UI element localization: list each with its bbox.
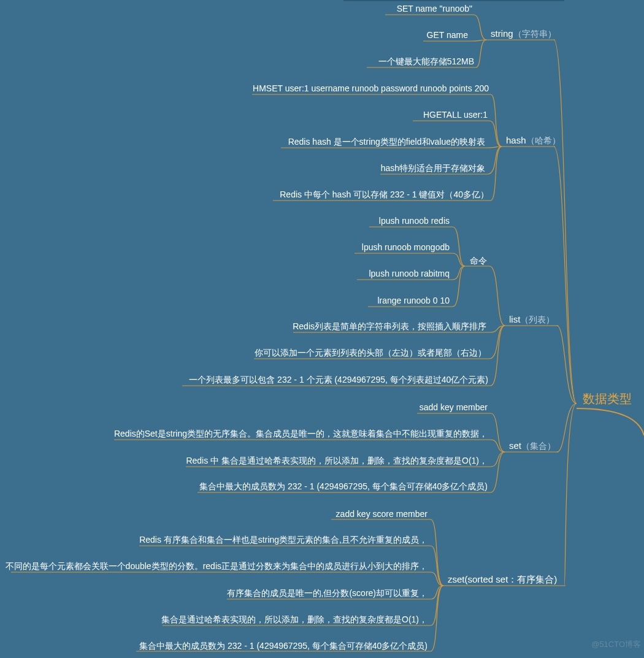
branch-hash-label: hash（哈希） [506, 135, 561, 145]
branch-list: list（列表） 命令 lpush runoob redis lpush run… [182, 216, 558, 386]
hash-leaf-0: HMSET user:1 username runoob password ru… [253, 83, 489, 93]
branch-string-label: string（字符串） [491, 28, 556, 39]
root-underline [577, 408, 644, 435]
branch-zset: zset(sorted set：有序集合) zadd key score mem… [6, 509, 565, 651]
watermark: @51CTO博客 [591, 640, 641, 649]
hash-leaf-2: Redis hash 是一个string类型的field和value的映射表 [288, 137, 485, 147]
root-label: 数据类型 [583, 392, 632, 405]
branch-list-label: list（列表） [509, 314, 554, 324]
set-leaf-3: 集合中最大的成员数为 232 - 1 (4294967295, 每个集合可存储4… [199, 481, 488, 491]
hash-leaf-4: Redis 中每个 hash 可以存储 232 - 1 键值对（40多亿） [280, 189, 489, 199]
list-leaf-2: 一个列表最多可以包含 232 - 1 个元素 (4294967295, 每个列表… [189, 375, 488, 384]
zset-leaf-5: 集合中最大的成员数为 232 - 1 (4294967295, 每个集合可存储4… [139, 641, 427, 651]
list-leaf-0: Redis列表是简单的字符串列表，按照插入顺序排序 [293, 321, 486, 331]
hash-leaf-3: hash特别适合用于存储对象 [381, 163, 485, 173]
hash-leaf-1: HGETALL user:1 [423, 110, 488, 120]
list-cmd-label: 命令 [470, 256, 487, 266]
set-leaf-1: Redis的Set是string类型的无序集合。集合成员是唯一的，这就意味着集合… [114, 429, 488, 438]
string-leaf-1: GET name [427, 30, 469, 40]
root-node: 数据类型 [577, 392, 644, 435]
branch-zset-label: zset(sorted set：有序集合) [448, 574, 557, 584]
branch-set: set（集合） sadd key member Redis的Set是string… [114, 402, 558, 492]
zset-leaf-1: Redis 有序集合和集合一样也是string类型元素的集合,且不允许重复的成员… [139, 535, 427, 545]
list-cmd-1: lpush runoob mongodb [362, 242, 450, 252]
set-leaf-0: sadd key member [420, 402, 488, 412]
list-leaf-1: 你可以添加一个元素到列表的头部（左边）或者尾部（右边） [254, 348, 486, 358]
list-cmd-3: lrange runoob 0 10 [377, 296, 450, 305]
branch-set-label: set（集合） [509, 440, 556, 451]
branch-string: string（字符串） SET name "runoob" GET name 一… [367, 4, 556, 67]
set-leaf-2: Redis 中 集合是通过哈希表实现的，所以添加，删除，查找的复杂度都是O(1)… [186, 456, 488, 465]
zset-leaf-0: zadd key score member [336, 509, 428, 519]
string-leaf-2: 一个键最大能存储512MB [378, 56, 474, 66]
zset-leaf-4: 集合是通过哈希表实现的，所以添加，删除，查找的复杂度都是O(1)， [161, 614, 427, 624]
root-connectors [554, 40, 577, 586]
list-cmd-0: lpush runoob redis [379, 216, 450, 226]
zset-leaf-2: 不同的是每个元素都会关联一个double类型的分数。redis正是通过分数来为集… [6, 561, 427, 571]
string-leaf-0: SET name "runoob" [397, 4, 472, 13]
list-cmd-2: lpush runoob rabitmq [369, 269, 450, 278]
zset-leaf-3: 有序集合的成员是唯一的,但分数(score)却可以重复， [227, 588, 427, 598]
branch-hash: hash（哈希） HMSET user:1 username runoob pa… [252, 83, 561, 201]
